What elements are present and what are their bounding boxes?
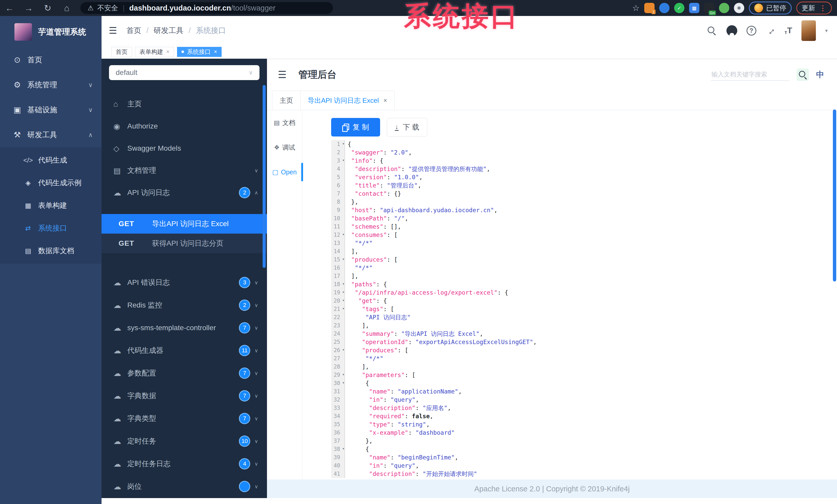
doc-side-tabs: ▤文档❖调试▢Open bbox=[267, 110, 302, 480]
copy-button[interactable]: 复 制 bbox=[331, 118, 380, 136]
controller-定时任务[interactable]: ☁定时任务10∨ bbox=[102, 430, 267, 452]
swagger-group-select[interactable]: default ∨ bbox=[109, 65, 260, 80]
close-icon[interactable]: × bbox=[214, 49, 217, 55]
line-number: 11 bbox=[331, 223, 345, 231]
extension-green-circle-icon[interactable]: ✓ bbox=[674, 3, 684, 13]
sidebar-subitem-label: 表单构建 bbox=[38, 201, 93, 210]
code-text: "description": "开始开始请求时间" bbox=[345, 470, 477, 478]
sidebar-subitem-系统接口[interactable]: ⇄系统接口 bbox=[0, 217, 102, 240]
close-icon[interactable]: × bbox=[166, 49, 170, 55]
code-line: 23 ], bbox=[331, 321, 837, 330]
sidebar-item-研发工具[interactable]: ⚒研发工具∧ bbox=[0, 122, 102, 147]
forward-icon[interactable]: → bbox=[19, 3, 38, 13]
fold-icon[interactable]: ▾ bbox=[342, 296, 344, 304]
close-icon[interactable]: × bbox=[384, 97, 387, 104]
github-icon[interactable] bbox=[727, 25, 737, 36]
controller-岗位[interactable]: ☁岗位∨ bbox=[102, 475, 267, 498]
code-line: 2 "swagger": "2.0", bbox=[331, 148, 837, 156]
tag-系统接口[interactable]: 系统接口× bbox=[177, 47, 221, 57]
address-bar[interactable]: ⚠ 不安全 | dashboard.yudao.iocoder.cn /tool… bbox=[81, 2, 333, 14]
reload-icon[interactable]: ↻ bbox=[38, 3, 57, 13]
sidebar-collapse-icon[interactable]: ☰ bbox=[109, 25, 117, 36]
font-size-icon[interactable]: тT bbox=[785, 26, 792, 35]
fullscreen-icon[interactable]: ↔ bbox=[763, 23, 778, 38]
swagger-menu-Swagger Models[interactable]: ◇Swagger Models bbox=[102, 137, 267, 160]
fold-icon[interactable]: ▾ bbox=[342, 304, 344, 313]
swagger-menu-文档管理[interactable]: ▤文档管理∨ bbox=[102, 160, 267, 182]
sidebar-item-系统管理[interactable]: ⚙系统管理∨ bbox=[0, 72, 102, 97]
fold-icon[interactable]: ▾ bbox=[342, 346, 344, 354]
operation-row[interactable]: GET导出API 访问日志 Excel bbox=[102, 214, 267, 234]
profile-paused-pill[interactable]: 已暂停 bbox=[749, 2, 791, 14]
side-tab-文档[interactable]: ▤文档 bbox=[267, 110, 302, 135]
sidebar-subitem-代码生成示例[interactable]: ◈代码生成示例 bbox=[0, 171, 102, 194]
controller-sys-sms-template-controller[interactable]: ☁sys-sms-template-controller7∨ bbox=[102, 317, 267, 339]
sidebar-item-首页[interactable]: ⊙首页 bbox=[0, 48, 102, 72]
extension-gn-icon[interactable]: Gn bbox=[704, 3, 714, 13]
controller-字典数据[interactable]: ☁字典数据7∨ bbox=[102, 385, 267, 407]
side-tab-Open[interactable]: ▢Open bbox=[267, 160, 302, 184]
extension-grid-icon[interactable]: ▦ bbox=[689, 3, 699, 13]
swagger-menu-API 访问日志[interactable]: ☁API 访问日志2∧ bbox=[102, 182, 267, 204]
doc-search-icon[interactable] bbox=[797, 69, 809, 81]
chevron-down-icon[interactable]: ▾ bbox=[825, 27, 828, 34]
controller-定时任务日志[interactable]: ☁定时任务日志4∨ bbox=[102, 452, 267, 475]
update-button[interactable]: 更新 ⋮ bbox=[796, 2, 832, 14]
doc-search-input[interactable] bbox=[711, 69, 789, 81]
back-icon[interactable]: ← bbox=[0, 3, 19, 13]
search-icon[interactable] bbox=[706, 25, 717, 36]
code-line: 6 "title": "管理后台", bbox=[331, 181, 837, 189]
chevron-up-icon: ∧ bbox=[88, 131, 93, 138]
bookmark-star-icon[interactable]: ☆ bbox=[632, 3, 640, 13]
sidebar-subitem-数据库文档[interactable]: ▤数据库文档 bbox=[0, 240, 102, 262]
extension-leaf-icon[interactable] bbox=[719, 3, 729, 13]
download-button[interactable]: ↓ 下 载 bbox=[387, 118, 427, 136]
fold-icon[interactable]: ▾ bbox=[342, 156, 344, 164]
tag-表单构建[interactable]: 表单构建× bbox=[135, 47, 174, 57]
doc-tab-导出API 访问日志 Excel[interactable]: 导出API 访问日志 Excel× bbox=[300, 91, 394, 110]
controller-代码生成器[interactable]: ☁代码生成器11∨ bbox=[102, 339, 267, 362]
sidebar-subitem-代码生成[interactable]: </>代码生成 bbox=[0, 149, 102, 171]
line-number: 31 bbox=[331, 387, 345, 396]
language-toggle-icon[interactable]: 中 bbox=[816, 69, 824, 80]
swagger-menu-Authorize[interactable]: ◉Authorize bbox=[102, 115, 267, 137]
fold-icon[interactable]: ▾ bbox=[342, 139, 344, 148]
code-text: "consumes": [ bbox=[345, 231, 398, 239]
operation-row[interactable]: GET获得API 访问日志分页 bbox=[102, 234, 267, 253]
side-tab-调试[interactable]: ❖调试 bbox=[267, 135, 302, 160]
browser-actions: ☆ 1 ✓ ▦ Gn ✱ 已暂停 更新 ⋮ bbox=[632, 2, 837, 14]
fold-icon[interactable]: ▾ bbox=[342, 378, 344, 387]
controller-字典类型[interactable]: ☁字典类型7∨ bbox=[102, 407, 267, 430]
home-icon[interactable]: ⌂ bbox=[57, 3, 76, 13]
extension-puzzle-icon[interactable]: 1 bbox=[644, 3, 655, 13]
fold-icon[interactable]: ▾ bbox=[342, 288, 344, 296]
doc-search-area: 中 bbox=[711, 69, 824, 81]
controller-API 错误日志[interactable]: ☁API 错误日志3∨ bbox=[102, 271, 267, 294]
breadcrumb-home[interactable]: 首页 bbox=[126, 25, 141, 36]
code-text: "x-example": "dashboard" bbox=[345, 429, 455, 437]
panel-collapse-icon[interactable]: ☰ bbox=[278, 69, 287, 80]
help-icon[interactable]: ? bbox=[747, 26, 756, 36]
code-editor[interactable]: 1▾{2 "swagger": "2.0",3▾ "info": {4 "des… bbox=[331, 140, 837, 478]
sidebar-subitem-表单构建[interactable]: ▦表单构建 bbox=[0, 194, 102, 217]
browser-menu-icon[interactable]: ⋮ bbox=[819, 4, 826, 12]
fold-icon[interactable]: ▾ bbox=[342, 255, 344, 263]
fold-icon[interactable]: ▾ bbox=[342, 370, 344, 378]
code-text: "parameters": [ bbox=[345, 371, 415, 379]
security-label[interactable]: 不安全 bbox=[97, 3, 118, 13]
extension-paw-icon[interactable]: ✱ bbox=[734, 3, 744, 13]
user-avatar[interactable] bbox=[801, 20, 816, 41]
breadcrumb-devtools[interactable]: 研发工具 bbox=[154, 25, 183, 36]
page-scrollbar-thumb[interactable] bbox=[833, 109, 836, 281]
controller-参数配置[interactable]: ☁参数配置7∨ bbox=[102, 362, 267, 385]
fold-icon[interactable]: ▾ bbox=[342, 280, 344, 288]
fold-icon[interactable]: ▾ bbox=[342, 445, 344, 453]
doc-tab-主页[interactable]: 主页 bbox=[272, 91, 301, 110]
fold-icon[interactable]: ▾ bbox=[342, 230, 344, 239]
sidebar-item-基础设施[interactable]: ▣基础设施∨ bbox=[0, 97, 102, 122]
extension-pin-icon[interactable] bbox=[659, 3, 670, 13]
swagger-menu-主页[interactable]: ⌂主页 bbox=[102, 93, 267, 115]
panel-scrollbar-thumb[interactable] bbox=[263, 85, 266, 268]
tag-首页[interactable]: 首页 bbox=[111, 47, 132, 57]
controller-Redis 监控[interactable]: ☁Redis 监控2∨ bbox=[102, 294, 267, 317]
